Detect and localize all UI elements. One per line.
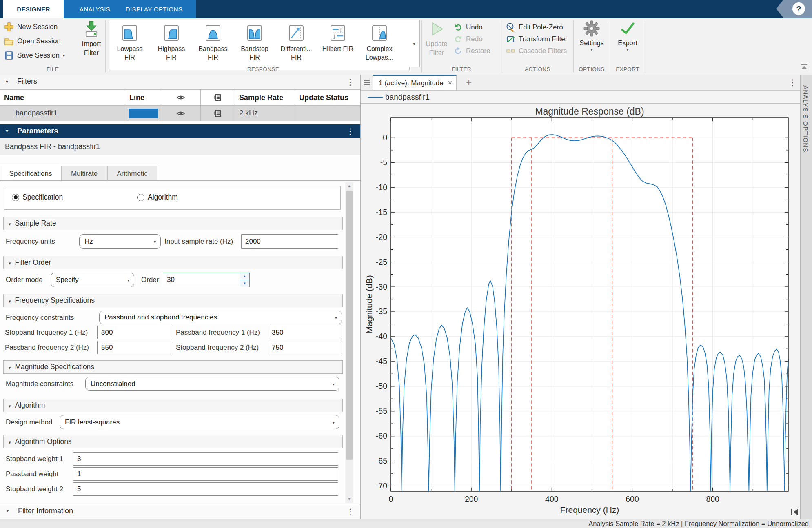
stopband1-label: Stopband frequency 1 (Hz) bbox=[5, 328, 88, 337]
tab-specifications[interactable]: Specifications bbox=[0, 166, 61, 180]
plot-menu-icon[interactable]: ⋮ bbox=[788, 78, 796, 87]
svg-text:j: j bbox=[340, 27, 341, 32]
column-name[interactable]: Name bbox=[0, 89, 125, 106]
column-sample-rate[interactable]: Sample Rate bbox=[235, 89, 295, 106]
input-sample-rate-field[interactable]: 2000 bbox=[241, 234, 338, 249]
export-button[interactable]: Export ▾ bbox=[612, 20, 643, 52]
lowpass-icon bbox=[120, 23, 140, 43]
section-sample-rate[interactable]: ▾Sample Rate bbox=[3, 217, 343, 230]
expand-filter-info-icon[interactable]: ▸ bbox=[7, 508, 9, 513]
tab-arithmetic[interactable]: Arithmetic bbox=[107, 166, 157, 180]
frequency-constraints-dropdown[interactable]: Passband and stopband frequencies ▾ bbox=[99, 311, 342, 324]
column-line[interactable]: Line bbox=[125, 89, 161, 106]
legend-label[interactable]: bandpassfir1 bbox=[385, 93, 430, 102]
collapse-section-icon: ▾ bbox=[9, 365, 11, 370]
svg-text:-70: -70 bbox=[376, 481, 387, 490]
filters-panel-header[interactable]: ▾ Filters ⋮ bbox=[0, 75, 360, 89]
section-algorithm[interactable]: ▾Algorithm bbox=[3, 399, 343, 412]
save-dropdown-icon[interactable]: ▾ bbox=[63, 53, 65, 58]
hilbert-fir-button[interactable]: j-j Hilbert FIR bbox=[317, 23, 359, 53]
column-legend[interactable] bbox=[201, 89, 235, 106]
bandstop-fir-button[interactable]: Bandstop FIR bbox=[234, 23, 275, 62]
magnitude-constraints-dropdown[interactable]: Unconstrained ▾ bbox=[85, 377, 339, 391]
update-filter-icon bbox=[428, 20, 445, 38]
scrollbar-thumb[interactable] bbox=[346, 191, 353, 460]
scroll-down-icon[interactable]: ▼ bbox=[345, 495, 353, 503]
order-stepper[interactable]: 30 ▲ ▼ bbox=[163, 273, 250, 287]
svg-text:-60: -60 bbox=[376, 431, 387, 440]
column-update-status[interactable]: Update Status bbox=[295, 89, 360, 106]
edit-pole-zero-button[interactable]: Edit Pole-Zero bbox=[506, 22, 563, 33]
filter-information-header[interactable]: ▸ Filter Information ⋮ bbox=[0, 504, 360, 519]
lowpass-fir-button[interactable]: Lowpass FIR bbox=[109, 23, 151, 62]
order-mode-label: Order mode bbox=[6, 276, 43, 284]
stopband1-field[interactable]: 300 bbox=[97, 326, 171, 339]
help-button[interactable]: ? bbox=[792, 2, 805, 15]
add-plot-tab-button[interactable]: + bbox=[462, 75, 476, 91]
radio-specification[interactable]: Specification bbox=[12, 193, 63, 202]
section-algorithm-options[interactable]: ▾Algorithm Options bbox=[3, 435, 343, 448]
column-visibility[interactable] bbox=[161, 89, 201, 106]
section-magnitude-specifications[interactable]: ▾Magnitude Specifications bbox=[3, 360, 343, 374]
radio-algorithm[interactable]: Algorithm bbox=[137, 193, 178, 202]
tab-display-options[interactable]: DISPLAY OPTIONS bbox=[120, 0, 188, 18]
filters-menu-icon[interactable]: ⋮ bbox=[346, 78, 354, 86]
stepper-down-icon[interactable]: ▼ bbox=[240, 280, 249, 287]
filter-line-color[interactable] bbox=[125, 106, 161, 121]
tab-multirate[interactable]: Multirate bbox=[61, 166, 107, 180]
analysis-options-strip[interactable]: ANALYSIS OPTIONS bbox=[800, 75, 812, 519]
transform-filter-button[interactable]: Transform Filter bbox=[506, 33, 567, 45]
tab-analysis[interactable]: ANALYSIS bbox=[69, 0, 120, 18]
design-method-dropdown[interactable]: FIR least-squares ▾ bbox=[60, 415, 339, 429]
svg-text:-45: -45 bbox=[376, 357, 387, 366]
stopband2-field[interactable]: 750 bbox=[268, 341, 342, 354]
svg-text:-25: -25 bbox=[376, 257, 387, 266]
section-frequency-specifications[interactable]: ▾Frequency Specifications bbox=[3, 294, 343, 307]
filter-legend-toggle[interactable] bbox=[201, 106, 235, 121]
collapse-parameters-icon[interactable]: ▾ bbox=[6, 128, 8, 134]
gallery-expand-button[interactable]: ▾ bbox=[409, 20, 420, 67]
stepper-up-icon[interactable]: ▲ bbox=[240, 273, 249, 280]
tab-list-icon[interactable] bbox=[364, 80, 371, 86]
redo-button[interactable]: Redo bbox=[454, 33, 483, 45]
file-section-label: FILE bbox=[16, 66, 89, 73]
scroll-up-icon[interactable]: ▲ bbox=[345, 182, 353, 190]
highpass-fir-button[interactable]: Highpass FIR bbox=[151, 23, 192, 62]
order-mode-dropdown[interactable]: Specify ▾ bbox=[51, 273, 134, 287]
update-filter-button[interactable]: Update Filter bbox=[424, 20, 450, 57]
restore-button[interactable]: Restore bbox=[454, 45, 490, 57]
section-filter-order[interactable]: ▾Filter Order bbox=[3, 256, 343, 269]
parameters-panel-header[interactable]: ▾ Parameters ⋮ bbox=[0, 124, 360, 138]
collapse-toolstrip-icon[interactable] bbox=[801, 63, 808, 71]
new-session-button[interactable]: New Session bbox=[4, 21, 58, 33]
frequency-units-dropdown[interactable]: Hz ▾ bbox=[79, 234, 161, 249]
cascade-filters-icon bbox=[506, 47, 515, 56]
import-filter-button[interactable]: Import Filter bbox=[78, 20, 104, 57]
bandpass-fir-button[interactable]: Bandpass FIR bbox=[192, 23, 234, 62]
passband2-field[interactable]: 550 bbox=[97, 341, 171, 354]
filter-row-bandpassfir1[interactable]: bandpassfir1 2 kHz bbox=[0, 106, 360, 121]
parameters-scrollbar[interactable]: ▲ ▼ bbox=[345, 182, 353, 503]
stopband-weight2-field[interactable]: 5 bbox=[73, 482, 338, 496]
differentiator-fir-button[interactable]: Differenti... FIR bbox=[275, 23, 317, 62]
passband1-field[interactable]: 350 bbox=[268, 326, 342, 339]
filter-update-status bbox=[295, 106, 360, 121]
settings-button[interactable]: Settings ▾ bbox=[575, 20, 608, 52]
passband-weight-field[interactable]: 1 bbox=[73, 467, 338, 481]
tab-designer[interactable]: DESIGNER bbox=[3, 0, 64, 18]
filter-info-menu-icon[interactable]: ⋮ bbox=[346, 508, 354, 516]
collapse-legend-icon[interactable] bbox=[790, 508, 799, 517]
parameters-menu-icon[interactable]: ⋮ bbox=[346, 127, 354, 135]
save-session-button[interactable]: Save Session ▾ bbox=[4, 50, 65, 61]
complex-lowpass-fir-button[interactable]: Complex Lowpas... bbox=[359, 23, 400, 62]
filter-visibility-toggle[interactable] bbox=[161, 106, 201, 121]
magnitude-response-chart[interactable]: 02004006008000-5-10-15-20-25-30-35-40-45… bbox=[361, 103, 800, 519]
open-session-button[interactable]: Open Session bbox=[4, 35, 61, 47]
collapse-filters-icon[interactable]: ▾ bbox=[6, 79, 8, 84]
close-tab-icon[interactable]: × bbox=[448, 79, 452, 87]
cascade-filters-button[interactable]: Cascade Filters bbox=[506, 45, 567, 57]
svg-text:-50: -50 bbox=[376, 382, 387, 390]
plot-tab-magnitude[interactable]: 1 (active): Magnitude × bbox=[373, 75, 457, 91]
stopband-weight1-field[interactable]: 3 bbox=[73, 452, 338, 466]
undo-button[interactable]: Undo bbox=[454, 22, 483, 33]
